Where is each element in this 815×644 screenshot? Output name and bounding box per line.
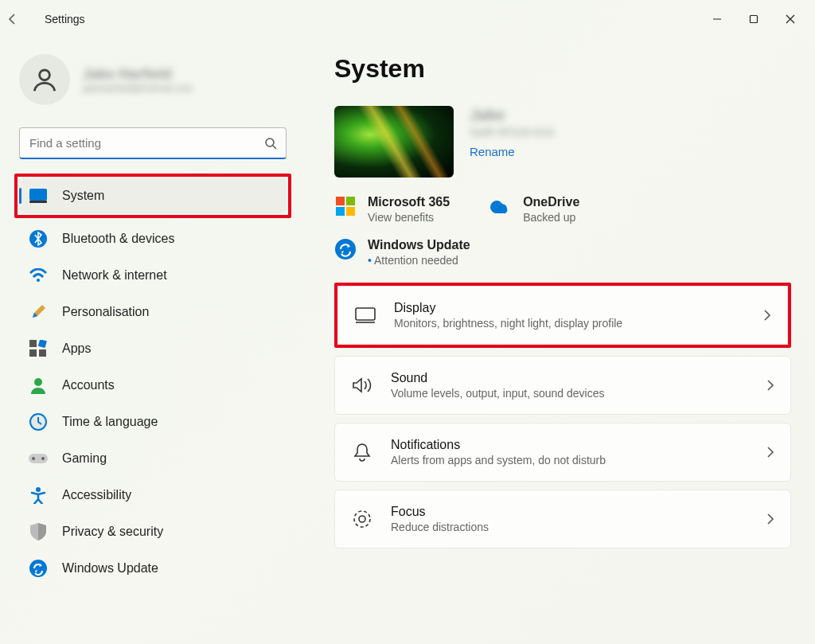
- setting-sub: Alerts from apps and system, do not dist…: [391, 454, 749, 466]
- nav-gaming[interactable]: Gaming: [19, 441, 287, 476]
- nav-label: Accessibility: [62, 488, 131, 502]
- highlight-display: Display Monitors, brightness, night ligh…: [334, 283, 791, 348]
- chevron-right-icon: [763, 309, 771, 322]
- profile-block[interactable]: Jake Harfield jakeharfield@hotmail.com: [19, 54, 287, 105]
- setting-sub: Reduce distractions: [391, 521, 749, 533]
- nav-network[interactable]: Network & internet: [19, 258, 287, 293]
- sidebar: Jake Harfield jakeharfield@hotmail.com S…: [0, 38, 302, 644]
- maximize-button[interactable]: [735, 6, 772, 32]
- svg-line-4: [273, 146, 276, 149]
- setting-sub: Monitors, brightness, night light, displ…: [394, 317, 746, 330]
- setting-sound[interactable]: Sound Volume levels, output, input, soun…: [334, 356, 791, 415]
- nav-label: Network & internet: [62, 268, 167, 283]
- ms365-icon: [334, 195, 357, 217]
- gamepad-icon: [29, 449, 48, 468]
- svg-point-13: [34, 378, 42, 386]
- svg-point-27: [354, 511, 370, 527]
- onedrive-icon: [489, 195, 512, 217]
- back-button[interactable]: [6, 13, 38, 25]
- windows-update-icon: [334, 238, 357, 260]
- nav-personalisation[interactable]: Personalisation: [19, 295, 287, 330]
- chevron-right-icon: [766, 379, 774, 392]
- nav-privacy[interactable]: Privacy & security: [19, 514, 287, 549]
- status-title: Windows Update: [368, 238, 470, 252]
- svg-point-3: [266, 139, 274, 146]
- nav-label: Windows Update: [62, 561, 158, 576]
- nav-accessibility[interactable]: Accessibility: [19, 478, 287, 513]
- nav-label: Apps: [62, 342, 91, 356]
- setting-display[interactable]: Display Monitors, brightness, night ligh…: [337, 286, 788, 345]
- svg-rect-5: [29, 189, 47, 201]
- setting-title: Focus: [391, 505, 749, 519]
- svg-point-17: [41, 457, 45, 460]
- svg-rect-23: [346, 207, 355, 216]
- main-panel: System Jake Swift SF316-51G Rename Micro…: [302, 38, 815, 644]
- minimize-button[interactable]: [699, 6, 735, 32]
- nav-bluetooth[interactable]: Bluetooth & devices: [19, 221, 287, 256]
- search-icon: [264, 137, 277, 150]
- svg-rect-1: [751, 16, 758, 23]
- device-thumbnail: [334, 106, 454, 178]
- apps-icon: [29, 339, 48, 358]
- svg-rect-12: [39, 349, 46, 357]
- setting-title: Sound: [391, 371, 749, 385]
- close-button[interactable]: [772, 6, 809, 32]
- nav-update[interactable]: Windows Update: [19, 551, 287, 586]
- page-title: System: [334, 54, 791, 84]
- update-icon: [29, 559, 48, 578]
- clock-icon: [29, 412, 48, 431]
- system-icon: [29, 186, 48, 205]
- svg-rect-21: [346, 197, 355, 205]
- svg-point-28: [359, 516, 365, 522]
- status-title: Microsoft 365: [368, 195, 450, 209]
- avatar: [19, 54, 70, 105]
- svg-rect-22: [336, 207, 345, 216]
- setting-title: Notifications: [391, 438, 749, 452]
- bell-icon: [351, 443, 373, 462]
- sound-icon: [351, 377, 373, 394]
- svg-rect-10: [38, 340, 47, 348]
- status-update[interactable]: Windows Update Attention needed: [334, 238, 470, 267]
- nav-label: Gaming: [62, 451, 107, 466]
- svg-rect-6: [29, 201, 47, 203]
- chevron-right-icon: [766, 446, 774, 459]
- svg-point-18: [36, 487, 41, 492]
- nav-label: Accounts: [62, 378, 115, 392]
- rename-link[interactable]: Rename: [470, 145, 515, 158]
- device-name: Jake: [470, 106, 555, 124]
- status-sub: View benefits: [368, 211, 450, 224]
- status-ms365[interactable]: Microsoft 365 View benefits: [334, 195, 450, 224]
- nav-accounts[interactable]: Accounts: [19, 368, 287, 403]
- profile-name: Jake Harfield: [83, 66, 193, 83]
- accounts-icon: [29, 376, 48, 395]
- status-sub: Attention needed: [368, 254, 470, 267]
- svg-rect-20: [336, 197, 345, 205]
- window-title: Settings: [45, 13, 85, 25]
- svg-rect-25: [356, 308, 375, 320]
- nav-label: Privacy & security: [62, 525, 163, 539]
- setting-notifications[interactable]: Notifications Alerts from apps and syste…: [334, 423, 791, 482]
- shield-icon: [29, 522, 48, 541]
- nav-system[interactable]: System: [19, 178, 287, 213]
- status-onedrive[interactable]: OneDrive Backed up: [489, 195, 579, 224]
- display-icon: [354, 307, 376, 323]
- svg-point-8: [37, 279, 40, 282]
- search-input[interactable]: [19, 127, 287, 159]
- nav-apps[interactable]: Apps: [19, 331, 287, 366]
- status-sub: Backed up: [523, 211, 579, 224]
- nav-label: Time & language: [62, 415, 158, 429]
- titlebar: Settings: [0, 0, 815, 38]
- accessibility-icon: [29, 486, 48, 505]
- device-row: Jake Swift SF316-51G Rename: [334, 106, 791, 178]
- svg-rect-15: [29, 454, 48, 463]
- svg-point-16: [32, 457, 35, 460]
- setting-focus[interactable]: Focus Reduce distractions: [334, 490, 791, 548]
- nav-label: System: [62, 189, 104, 203]
- nav-time[interactable]: Time & language: [19, 404, 287, 439]
- status-title: OneDrive: [523, 195, 579, 209]
- device-model: Swift SF316-51G: [470, 126, 555, 139]
- nav-label: Personalisation: [62, 305, 149, 319]
- highlight-system: System: [14, 174, 291, 218]
- setting-sub: Volume levels, output, input, sound devi…: [391, 387, 749, 400]
- brush-icon: [29, 302, 48, 322]
